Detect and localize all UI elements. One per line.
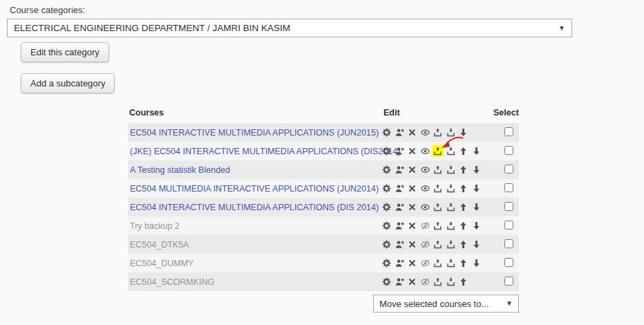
delete-icon[interactable] bbox=[408, 128, 417, 137]
delete-icon[interactable] bbox=[408, 221, 417, 230]
add-subcategory-button[interactable]: Add a subcategory bbox=[21, 73, 115, 93]
hide-icon[interactable] bbox=[421, 203, 430, 212]
course-select-checkbox[interactable] bbox=[504, 239, 513, 248]
course-link[interactable]: EC504_DTK5A bbox=[130, 240, 189, 250]
settings-icon[interactable] bbox=[382, 128, 391, 137]
settings-icon[interactable] bbox=[382, 147, 391, 156]
course-link[interactable]: EC504 INTERACTIVE MULTIMEDIA APPLICATION… bbox=[130, 203, 379, 212]
hide-icon[interactable] bbox=[421, 165, 430, 174]
move-up-icon[interactable] bbox=[459, 240, 468, 249]
course-link[interactable]: EC504 MULTIMEDIA INTERACTIVE APPLICATION… bbox=[130, 184, 379, 194]
row-edit-actions bbox=[382, 240, 481, 249]
hide-icon[interactable] bbox=[421, 147, 430, 156]
restore-icon[interactable] bbox=[446, 277, 455, 286]
backup-icon[interactable] bbox=[433, 259, 442, 268]
assign-roles-icon[interactable] bbox=[395, 240, 404, 249]
assign-roles-icon[interactable] bbox=[395, 221, 404, 230]
settings-icon[interactable] bbox=[382, 240, 391, 249]
hide-icon[interactable] bbox=[421, 184, 430, 193]
settings-icon[interactable] bbox=[382, 203, 391, 212]
move-down-icon[interactable] bbox=[472, 184, 481, 193]
restore-icon[interactable] bbox=[446, 240, 455, 249]
settings-icon[interactable] bbox=[382, 221, 391, 230]
restore-icon[interactable] bbox=[446, 147, 455, 156]
backup-icon[interactable] bbox=[433, 147, 442, 156]
show-icon[interactable] bbox=[421, 221, 430, 230]
assign-roles-icon[interactable] bbox=[395, 128, 404, 137]
settings-icon[interactable] bbox=[382, 184, 391, 193]
edit-category-button[interactable]: Edit this category bbox=[21, 42, 109, 62]
settings-icon[interactable] bbox=[382, 277, 391, 286]
move-up-icon[interactable] bbox=[459, 221, 468, 230]
course-select-checkbox[interactable] bbox=[504, 258, 513, 267]
course-select-checkbox[interactable] bbox=[504, 146, 513, 155]
restore-icon[interactable] bbox=[446, 128, 455, 137]
move-down-icon[interactable] bbox=[472, 203, 481, 212]
course-select-checkbox[interactable] bbox=[504, 202, 513, 211]
assign-roles-icon[interactable] bbox=[395, 277, 404, 286]
row-edit-actions bbox=[382, 128, 468, 137]
restore-icon[interactable] bbox=[446, 184, 455, 193]
delete-icon[interactable] bbox=[408, 277, 417, 286]
delete-icon[interactable] bbox=[408, 259, 417, 268]
move-courses-select[interactable]: Move selected courses to... ▼ bbox=[373, 295, 519, 313]
hide-icon[interactable] bbox=[421, 128, 430, 137]
move-up-icon[interactable] bbox=[459, 165, 468, 174]
assign-roles-icon[interactable] bbox=[395, 147, 404, 156]
restore-icon[interactable] bbox=[446, 165, 455, 174]
move-down-icon[interactable] bbox=[472, 165, 481, 174]
delete-icon[interactable] bbox=[408, 165, 417, 174]
course-select-checkbox[interactable] bbox=[504, 277, 513, 286]
move-down-icon[interactable] bbox=[472, 147, 481, 156]
course-link[interactable]: (JKE) EC504 INTERACTIVE MULTIMEDIA APPLI… bbox=[130, 147, 400, 156]
restore-icon[interactable] bbox=[446, 221, 455, 230]
course-link[interactable]: EC504 INTERACTIVE MULTIMEDIA APPLICATION… bbox=[130, 128, 379, 138]
course-select-checkbox[interactable] bbox=[504, 127, 513, 136]
course-row: EC504 INTERACTIVE MULTIMEDIA APPLICATION… bbox=[128, 198, 519, 216]
backup-icon[interactable] bbox=[433, 277, 442, 286]
backup-icon[interactable] bbox=[433, 184, 442, 193]
course-rows: EC504 INTERACTIVE MULTIMEDIA APPLICATION… bbox=[128, 123, 519, 291]
backup-icon[interactable] bbox=[433, 128, 442, 137]
backup-icon[interactable] bbox=[433, 203, 442, 212]
move-up-icon[interactable] bbox=[459, 184, 468, 193]
settings-icon[interactable] bbox=[382, 165, 391, 174]
assign-roles-icon[interactable] bbox=[395, 259, 404, 268]
settings-icon[interactable] bbox=[382, 259, 391, 268]
move-down-icon[interactable] bbox=[472, 221, 481, 230]
show-icon[interactable] bbox=[421, 240, 430, 249]
delete-icon[interactable] bbox=[408, 147, 417, 156]
delete-icon[interactable] bbox=[408, 240, 417, 249]
course-select-checkbox[interactable] bbox=[504, 165, 513, 174]
course-link[interactable]: EC504_DUMMY bbox=[130, 259, 193, 268]
backup-icon[interactable] bbox=[433, 165, 442, 174]
move-up-icon[interactable] bbox=[459, 277, 468, 286]
delete-icon[interactable] bbox=[408, 184, 417, 193]
course-select-checkbox[interactable] bbox=[504, 183, 513, 192]
show-icon[interactable] bbox=[421, 259, 430, 268]
backup-icon[interactable] bbox=[433, 221, 442, 230]
move-down-icon[interactable] bbox=[472, 259, 481, 268]
category-select[interactable]: ELECTRICAL ENGINEERING DEPARTMENT / JAMR… bbox=[7, 19, 572, 37]
assign-roles-icon[interactable] bbox=[395, 165, 404, 174]
course-link[interactable]: Try backup 2 bbox=[130, 221, 180, 231]
move-up-icon[interactable] bbox=[459, 259, 468, 268]
row-edit-actions bbox=[382, 203, 481, 212]
course-select-checkbox[interactable] bbox=[504, 221, 513, 230]
restore-icon[interactable] bbox=[446, 259, 455, 268]
backup-icon[interactable] bbox=[433, 240, 442, 249]
assign-roles-icon[interactable] bbox=[395, 184, 404, 193]
show-icon[interactable] bbox=[421, 277, 430, 286]
move-down-icon[interactable] bbox=[459, 128, 468, 137]
course-link[interactable]: A Testing statistik Blended bbox=[130, 165, 230, 175]
course-link[interactable]: EC504_SCORMKING bbox=[130, 277, 214, 287]
move-up-icon[interactable] bbox=[459, 147, 468, 156]
row-edit-actions bbox=[382, 165, 481, 174]
assign-roles-icon[interactable] bbox=[395, 203, 404, 212]
move-down-icon[interactable] bbox=[472, 240, 481, 249]
delete-icon[interactable] bbox=[408, 203, 417, 212]
restore-icon[interactable] bbox=[446, 203, 455, 212]
row-edit-actions bbox=[382, 184, 481, 193]
move-up-icon[interactable] bbox=[459, 203, 468, 212]
course-row: EC504_SCORMKING bbox=[128, 272, 519, 291]
